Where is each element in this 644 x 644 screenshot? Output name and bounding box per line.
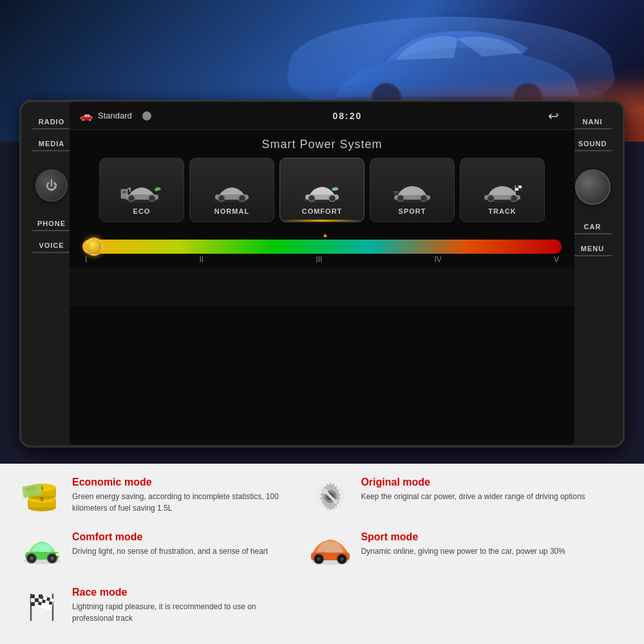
mode-normal-button[interactable]: NORMAL [189, 158, 274, 222]
slider-labels: I II III IV V [82, 254, 562, 264]
comfort-label: COMFORT [302, 207, 343, 215]
info-title-sport: Sport mode [361, 531, 565, 543]
race-icon-wrap [19, 587, 64, 625]
slider-thumb[interactable] [85, 238, 103, 256]
info-title-original: Original mode [361, 477, 585, 488]
info-title-race: Race mode [72, 587, 298, 598]
money-icon: $ $ [23, 478, 61, 514]
svg-point-26 [511, 195, 517, 202]
slider-triangle: ▲ [82, 231, 562, 238]
info-title-comfort: Comfort mode [72, 531, 268, 543]
economic-icon-wrap: $ $ [19, 477, 64, 515]
sport-car-icon [308, 535, 353, 567]
sport-icon-wrap [308, 531, 353, 570]
modes-row: ECO NORMAL COMFORT [70, 158, 574, 222]
svg-point-51 [30, 556, 33, 560]
info-card-race: Race mode Lightning rapid pleasure, it i… [19, 587, 298, 631]
info-text-sport: Sport mode Dynamic online, giving new po… [361, 531, 565, 557]
eco-label: ECO [133, 207, 151, 215]
svg-text:$: $ [40, 496, 43, 502]
svg-rect-68 [35, 598, 39, 602]
mode-eco-button[interactable]: ECO [99, 158, 184, 222]
svg-point-11 [218, 195, 225, 202]
info-desc-economic: Green energy saving, according to incomp… [72, 491, 298, 514]
slider-label-1: I [85, 255, 87, 264]
screen-top-bar: 🚗 Standard 08:20 ↩ [70, 102, 574, 130]
screen-bottom [70, 268, 574, 307]
drive-mode-label: Standard [98, 111, 132, 120]
normal-icon [210, 183, 254, 204]
svg-point-58 [317, 557, 321, 561]
slider-area[interactable]: ▲ I II III IV V [70, 222, 574, 268]
mode-sport-button[interactable]: SPORT [370, 158, 455, 222]
svg-point-6 [149, 195, 155, 202]
eco-icon [120, 183, 164, 204]
info-text-original: Original mode Keep the original car powe… [361, 477, 585, 502]
svg-point-19 [397, 195, 404, 202]
comfort-icon-wrap [19, 531, 64, 570]
mode-track-button[interactable]: TRACK [460, 158, 545, 222]
clock-display: 08:20 [332, 111, 362, 121]
car-button[interactable]: CAR [567, 218, 618, 240]
svg-point-15 [308, 195, 315, 202]
power-button[interactable]: ⏻ [35, 169, 68, 202]
original-icon-wrap [308, 477, 353, 515]
track-icon [480, 183, 524, 204]
svg-point-60 [340, 557, 344, 561]
svg-rect-54 [56, 553, 60, 556]
info-text-comfort: Comfort mode Driving light, no sense of … [72, 531, 268, 557]
info-text-economic: Economic mode Green energy saving, accor… [72, 477, 298, 514]
menu-button[interactable]: MENU [567, 240, 618, 261]
green-car-icon [21, 536, 63, 565]
track-label: TRACK [488, 207, 516, 215]
volume-knob[interactable] [575, 169, 611, 205]
svg-point-47 [334, 500, 337, 504]
slider-label-5: V [554, 255, 559, 264]
svg-point-20 [421, 195, 427, 202]
svg-point-12 [239, 195, 245, 202]
info-text-race: Race mode Lightning rapid pleasure, it i… [72, 587, 298, 624]
svg-rect-66 [31, 594, 35, 598]
top-bar-right: ↩ [544, 106, 564, 126]
slider-label-4: IV [434, 255, 441, 264]
mode-comfort-button[interactable]: COMFORT [279, 158, 365, 222]
info-desc-race: Lightning rapid pleasure, it is recommen… [72, 601, 298, 624]
status-indicator [142, 111, 151, 120]
sport-icon [390, 183, 434, 204]
info-title-economic: Economic mode [72, 477, 298, 488]
info-desc-original: Keep the original car power, drive a wid… [361, 491, 585, 502]
svg-rect-69 [31, 602, 35, 606]
svg-rect-8 [122, 191, 126, 193]
nani-button[interactable]: NANI [567, 113, 618, 135]
svg-point-5 [128, 195, 135, 202]
gear-icon [311, 478, 350, 514]
main-screen: 🚗 Standard 08:20 ↩ Smart Power System [70, 102, 574, 444]
info-card-sport: Sport mode Dynamic online, giving new po… [308, 531, 586, 576]
info-section: $ $ Economic mode Green energy saving, a… [0, 464, 644, 644]
sps-title: Smart Power System [70, 130, 574, 158]
sport-label: SPORT [399, 207, 426, 215]
back-button[interactable]: ↩ [544, 106, 564, 126]
info-card-original: Original mode Keep the original car powe… [308, 477, 586, 521]
car-icon: 🚗 [80, 109, 93, 122]
slider-label-3: III [316, 255, 322, 264]
sound-button[interactable]: SOUND [567, 135, 618, 156]
svg-point-16 [329, 195, 336, 202]
svg-point-53 [50, 556, 54, 560]
normal-label: NORMAL [214, 207, 249, 215]
slider-track[interactable] [82, 240, 562, 254]
slider-label-2: II [199, 255, 204, 264]
checkered-flags-icon [19, 588, 64, 623]
top-bar-left: 🚗 Standard [80, 109, 151, 122]
comfort-icon [300, 183, 344, 204]
svg-point-46 [323, 489, 328, 494]
info-card-comfort: Comfort mode Driving light, no sense of … [19, 531, 298, 576]
info-desc-comfort: Driving light, no sense of frustration, … [72, 545, 268, 557]
svg-point-25 [488, 195, 494, 202]
info-desc-sport: Dynamic online, giving new power to the … [361, 545, 565, 557]
svg-rect-29 [518, 188, 522, 191]
info-card-economic: $ $ Economic mode Green energy saving, a… [19, 477, 298, 521]
